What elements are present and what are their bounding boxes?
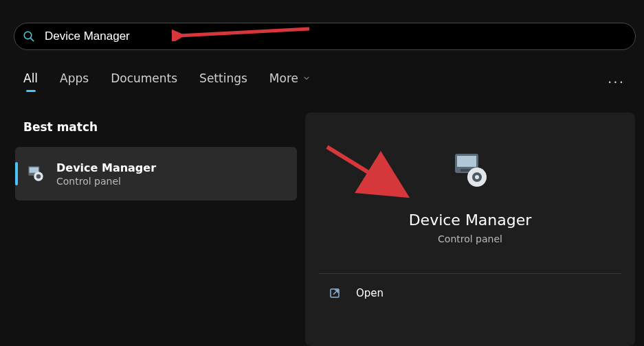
- result-title: Device Manager: [56, 161, 156, 174]
- filter-tabs: All Apps Documents Settings More: [23, 71, 311, 91]
- svg-point-5: [36, 174, 41, 179]
- search-bar[interactable]: [14, 23, 636, 50]
- tab-more-label: More: [269, 71, 298, 85]
- device-manager-icon: [25, 163, 47, 185]
- divider: [319, 273, 621, 274]
- svg-point-11: [475, 175, 479, 179]
- tab-all[interactable]: All: [23, 71, 38, 91]
- result-device-manager[interactable]: Device Manager Control panel: [15, 147, 297, 200]
- best-match-heading: Best match: [23, 120, 98, 134]
- svg-rect-3: [30, 168, 38, 173]
- tab-settings[interactable]: Settings: [199, 71, 247, 91]
- open-external-icon: [329, 287, 341, 299]
- search-input[interactable]: [35, 29, 635, 44]
- chevron-down-icon: [302, 71, 311, 85]
- detail-subtitle: Control panel: [305, 233, 635, 244]
- svg-rect-7: [457, 156, 476, 167]
- tab-documents[interactable]: Documents: [111, 71, 177, 91]
- search-icon: [23, 30, 35, 43]
- detail-pane: Device Manager Control panel Open: [305, 113, 635, 346]
- overflow-menu-button[interactable]: ···: [608, 74, 625, 91]
- detail-title: Device Manager: [305, 211, 635, 229]
- result-text: Device Manager Control panel: [56, 161, 156, 187]
- svg-line-1: [30, 38, 34, 41]
- tab-more[interactable]: More: [269, 71, 311, 91]
- action-open[interactable]: Open: [329, 287, 384, 299]
- tab-apps[interactable]: Apps: [60, 71, 89, 91]
- action-open-label: Open: [356, 287, 384, 299]
- result-subtitle: Control panel: [56, 176, 156, 187]
- device-manager-icon: [448, 148, 492, 192]
